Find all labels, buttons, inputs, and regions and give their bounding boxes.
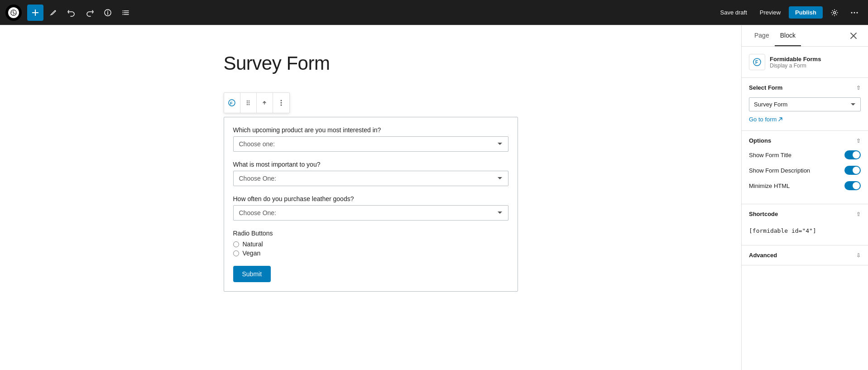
option-row-minimize-html: Minimize HTML [749, 181, 861, 190]
submit-button[interactable]: Submit [233, 266, 271, 282]
radio-vegan-input[interactable] [233, 250, 239, 256]
question-1-select[interactable]: Choose one: [233, 136, 508, 152]
options-body: Show Form Title Show Form Description Mi… [742, 150, 868, 204]
more-options-button[interactable] [846, 5, 863, 21]
page-title[interactable]: Survey Form [224, 53, 518, 74]
editor-content: Survey Form F [224, 53, 518, 292]
drag-handle-button[interactable] [240, 93, 257, 113]
add-block-button[interactable] [27, 5, 43, 21]
question-3-label: How often do you purchase leather goods? [233, 195, 508, 202]
select-form-body: Survey Form Go to form [742, 97, 868, 130]
svg-text:F: F [230, 101, 233, 106]
radio-natural-input[interactable] [233, 241, 239, 247]
radio-natural-label: Natural [243, 240, 263, 248]
block-desc: Display a Form [770, 62, 821, 69]
options-chevron: ⇧ [856, 138, 861, 144]
form-field-3: How often do you purchase leather goods?… [233, 195, 508, 221]
shortcode-section: Shortcode ⇧ [formidable id="4"] [742, 204, 868, 245]
svg-point-16 [857, 12, 858, 13]
block-icon: F [749, 54, 765, 70]
publish-button[interactable]: Publish [789, 6, 823, 19]
advanced-chevron: ⇩ [856, 252, 861, 259]
svg-point-25 [280, 100, 282, 101]
settings-button[interactable] [826, 5, 843, 21]
question-3-select[interactable]: Choose One: [233, 205, 508, 221]
svg-point-13 [834, 11, 836, 14]
option-minimize-html-label: Minimize HTML [749, 183, 790, 189]
show-title-toggle[interactable] [844, 150, 861, 159]
question-1-label: Which upcoming product are you most inte… [233, 126, 508, 134]
top-toolbar: Save draft Preview Publish [0, 0, 868, 25]
tab-page[interactable]: Page [749, 25, 775, 46]
svg-point-27 [280, 105, 282, 106]
svg-point-15 [854, 12, 855, 13]
more-block-options-button[interactable] [273, 93, 289, 113]
show-desc-toggle[interactable] [844, 166, 861, 175]
shortcode-chevron: ⇧ [856, 211, 861, 217]
svg-point-24 [249, 104, 249, 105]
svg-point-23 [247, 104, 248, 105]
form-selector-dropdown[interactable]: Survey Form [749, 97, 861, 111]
select-form-title: Select Form [749, 84, 782, 91]
sidebar-tabs: Page Block [742, 25, 868, 47]
svg-point-22 [249, 102, 249, 103]
main-layout: Survey Form F [0, 25, 868, 370]
advanced-title: Advanced [749, 252, 777, 259]
block-toolbar: F [224, 92, 290, 113]
go-to-form-label: Go to form [749, 116, 777, 123]
shortcode-value: [formidable id="4"] [749, 224, 861, 238]
svg-text:F: F [755, 60, 758, 65]
svg-point-21 [247, 102, 248, 103]
options-section: Options ⇧ Show Form Title Show Form Desc… [742, 131, 868, 204]
tab-block[interactable]: Block [775, 25, 801, 46]
option-row-show-title: Show Form Title [749, 150, 861, 159]
advanced-header[interactable]: Advanced ⇩ [742, 245, 868, 265]
shortcode-header[interactable]: Shortcode ⇧ [742, 204, 868, 224]
form-field-2: What is most important to you? Choose On… [233, 161, 508, 186]
toolbar-left [5, 5, 134, 21]
select-form-chevron: ⇧ [856, 85, 861, 91]
redo-button[interactable] [82, 5, 98, 21]
option-show-title-label: Show Form Title [749, 152, 791, 159]
editor-area: Survey Form F [0, 25, 741, 370]
details-button[interactable] [100, 5, 116, 21]
question-2-label: What is most important to you? [233, 161, 508, 168]
close-sidebar-button[interactable] [846, 29, 861, 43]
toolbar-right: Save draft Preview Publish [716, 5, 863, 21]
form-field-1: Which upcoming product are you most inte… [233, 126, 508, 152]
minimize-html-toggle[interactable] [844, 181, 861, 190]
edit-tool-button[interactable] [45, 5, 62, 21]
go-to-form-link[interactable]: Go to form [749, 116, 783, 123]
radio-option-vegan[interactable]: Vegan [233, 250, 508, 257]
right-sidebar: Page Block F Formidable Forms Display a … [741, 25, 868, 370]
radio-group-title: Radio Buttons [233, 230, 508, 237]
block-name: Formidable Forms [770, 56, 821, 62]
options-header[interactable]: Options ⇧ [742, 131, 868, 150]
list-view-button[interactable] [118, 5, 134, 21]
svg-point-20 [249, 101, 249, 101]
radio-option-natural[interactable]: Natural [233, 240, 508, 248]
undo-button[interactable] [63, 5, 80, 21]
svg-point-26 [280, 102, 282, 104]
wp-logo[interactable] [5, 5, 22, 21]
form-block: Which upcoming product are you most inte… [224, 117, 518, 292]
save-draft-button[interactable]: Save draft [716, 6, 752, 19]
radio-group: Radio Buttons Natural Vegan [233, 230, 508, 257]
svg-point-6 [107, 10, 108, 11]
option-row-show-description: Show Form Description [749, 166, 861, 175]
advanced-section: Advanced ⇩ [742, 245, 868, 265]
select-form-header[interactable]: Select Form ⇧ [742, 78, 868, 97]
question-2-select[interactable]: Choose One: [233, 171, 508, 186]
option-show-desc-label: Show Form Description [749, 167, 810, 174]
move-up-button[interactable] [257, 93, 273, 113]
svg-point-19 [247, 101, 248, 101]
svg-point-14 [851, 12, 853, 13]
block-text: Formidable Forms Display a Form [770, 56, 821, 69]
shortcode-body: [formidable id="4"] [742, 224, 868, 245]
preview-button[interactable]: Preview [755, 6, 785, 19]
radio-vegan-label: Vegan [243, 250, 261, 257]
options-title: Options [749, 137, 771, 144]
block-type-button[interactable]: F [224, 93, 240, 113]
shortcode-title: Shortcode [749, 211, 778, 217]
block-info: F Formidable Forms Display a Form [742, 47, 868, 78]
